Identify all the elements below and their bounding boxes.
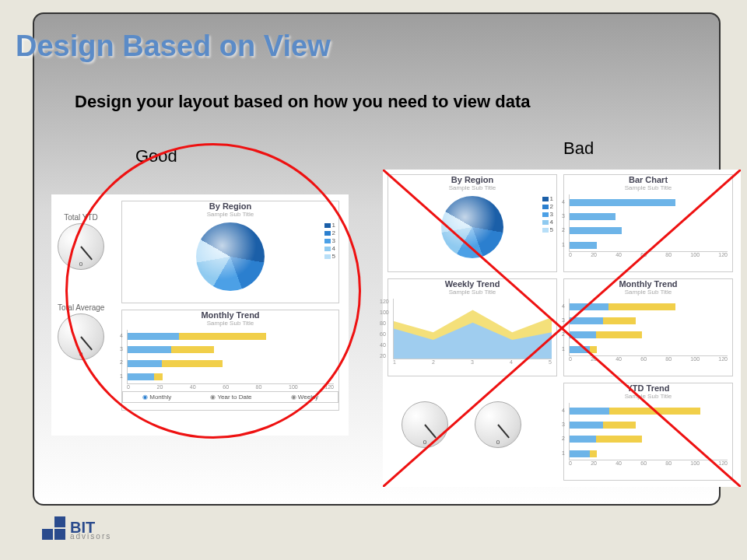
radio-weekly[interactable]: Weekly xyxy=(291,394,318,401)
good-dashboard: Total YTD 0 Total Average 0 By Region Sa… xyxy=(51,194,349,436)
bad-label: Bad xyxy=(563,138,594,159)
gauge-total-average: Total Average 0 xyxy=(58,303,104,360)
pie-by-region: By Region Sample Sub Title 1 2 3 4 5 xyxy=(121,201,339,303)
radio-monthly[interactable]: Monthly xyxy=(142,394,171,401)
gauge-label: Total YTD xyxy=(58,213,104,222)
bad-pie-by-region: By Region Sample Sub Title 1 2 3 4 5 xyxy=(388,174,557,272)
bad-gauge-1: 0 xyxy=(402,401,448,448)
bit-advisors-logo: BIT advisors xyxy=(42,516,111,540)
pie-legend: 1 2 3 4 5 xyxy=(324,222,335,261)
bad-ytd-trend: YTD Trend Sample Sub Title 4 3 2 1 02040… xyxy=(563,383,733,481)
period-radio-group[interactable]: Monthly Year to Date Weekly xyxy=(122,391,338,403)
chart-title: Monthly Trend xyxy=(122,310,338,320)
chart-title: By Region xyxy=(122,201,338,211)
pie-chart-icon xyxy=(441,196,503,258)
pie-legend: 1 2 3 4 5 xyxy=(542,195,553,234)
pie-chart-icon xyxy=(196,222,265,291)
chart-subtitle: Sample Sub Title xyxy=(122,211,338,218)
slide-subtitle: Design your layout based on how you need… xyxy=(75,92,531,112)
chart-subtitle: Sample Sub Title xyxy=(122,320,338,327)
gauge-icon: 0 xyxy=(58,223,104,270)
gauge-icon: 0 xyxy=(475,401,521,448)
logo-squares-icon xyxy=(42,516,65,540)
bad-monthly-trend: Monthly Trend Sample Sub Title 4 3 2 1 0… xyxy=(563,278,733,376)
logo-sub: advisors xyxy=(70,534,111,540)
gauge-icon: 0 xyxy=(58,313,104,360)
x-axis: 020406080100120 xyxy=(127,384,334,390)
gauge-icon: 0 xyxy=(402,401,448,448)
good-label: Good xyxy=(135,146,177,166)
bad-gauge-2: 0 xyxy=(475,401,521,448)
bad-bar-chart: Bar Chart Sample Sub Title 4 3 2 1 02040… xyxy=(563,174,733,272)
slide-title: Design Based on View xyxy=(16,30,331,63)
monthly-trend-chart: Monthly Trend Sample Sub Title 4 3 2 1 0… xyxy=(121,310,339,411)
bad-dashboard: By Region Sample Sub Title 1 2 3 4 5 Bar… xyxy=(383,170,741,487)
gauge-total-ytd: Total YTD 0 xyxy=(58,213,104,270)
slide-card: Design Based on View Design your layout … xyxy=(33,12,721,506)
gauge-label: Total Average xyxy=(58,303,104,312)
bad-weekly-trend: Weekly Trend Sample Sub Title 1201008060… xyxy=(388,278,557,376)
bar-area: 4 3 2 1 xyxy=(127,330,334,384)
radio-ytd[interactable]: Year to Date xyxy=(210,394,251,401)
